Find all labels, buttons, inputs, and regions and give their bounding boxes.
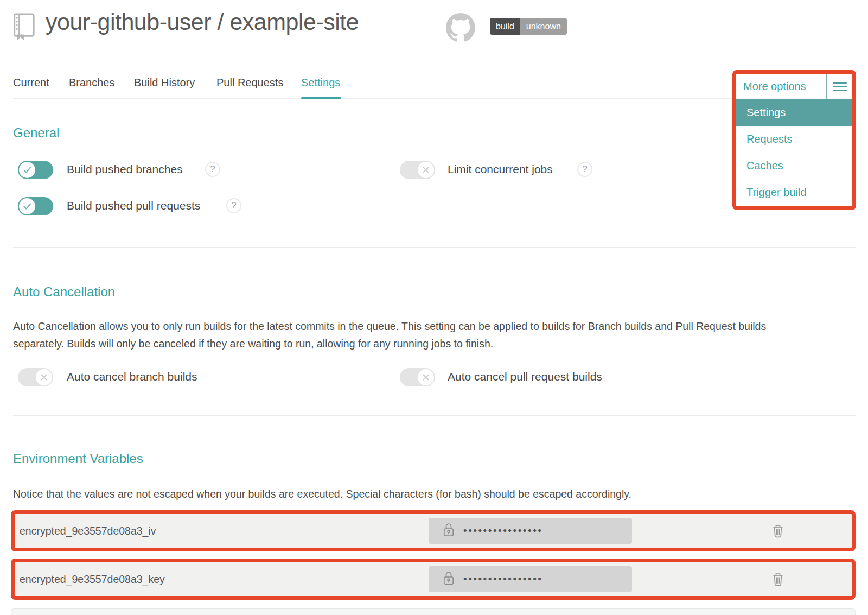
- toggle-label-auto-cancel-branch-builds: Auto cancel branch builds: [67, 370, 197, 383]
- env-var-value-field[interactable]: ••••••••••••••••: [429, 566, 632, 592]
- toggle-knob-x-icon: [418, 162, 434, 178]
- menu-item-settings[interactable]: Settings: [736, 99, 852, 126]
- help-icon[interactable]: ?: [205, 162, 220, 177]
- help-icon[interactable]: ?: [226, 198, 241, 213]
- toggle-knob-check-icon: [19, 162, 35, 178]
- masked-env-value: ••••••••••••••••: [463, 518, 542, 544]
- toggle-knob-x-icon: [418, 369, 434, 385]
- section-divider: [13, 415, 856, 416]
- toggle-label-limit-concurrent-jobs: Limit concurrent jobs: [448, 163, 553, 176]
- tabs-divider: [13, 98, 856, 99]
- repo-book-icon: [11, 12, 36, 43]
- more-options-annotation-box: More options Settings Requests Caches Tr…: [732, 70, 856, 210]
- active-tab-underline: [301, 97, 341, 99]
- tab-current[interactable]: Current: [13, 77, 49, 89]
- travis-settings-page: your-github-user / example-site build un…: [0, 0, 868, 615]
- section-divider: [13, 247, 856, 248]
- hamburger-menu-icon[interactable]: [826, 74, 852, 99]
- environment-variables-notice: Notice that the values are not escaped w…: [13, 485, 827, 503]
- auto-cancellation-heading: Auto Cancellation: [13, 284, 115, 300]
- toggle-auto-cancel-branch-builds[interactable]: [18, 368, 53, 386]
- env-var-name: encrypted_9e3557de08a3_key: [20, 573, 165, 586]
- more-options-button[interactable]: More options: [736, 74, 826, 99]
- lock-icon: [443, 570, 455, 588]
- toggle-knob-x-icon: [36, 369, 52, 385]
- env-var-name: encrypted_9e3557de08a3_iv: [20, 525, 156, 537]
- env-var-row-key-annotation-box: encrypted_9e3557de08a3_key •••••••••••••…: [11, 559, 856, 600]
- menu-item-trigger-build[interactable]: Trigger build: [736, 179, 852, 206]
- env-var-row-iv-annotation-box: encrypted_9e3557de08a3_iv ••••••••••••••…: [11, 510, 856, 551]
- build-status-badge: build unknown: [490, 18, 567, 35]
- menu-item-requests[interactable]: Requests: [736, 126, 852, 153]
- toggle-auto-cancel-pull-request-builds[interactable]: [400, 368, 435, 386]
- toggle-limit-concurrent-jobs[interactable]: [400, 161, 435, 179]
- toggle-build-pushed-pull-requests[interactable]: [18, 197, 53, 215]
- next-env-row-peek: [11, 608, 856, 615]
- toggle-knob-check-icon: [19, 198, 35, 214]
- general-heading: General: [13, 125, 59, 141]
- toggle-label-build-pushed-pull-requests: Build pushed pull requests: [67, 199, 200, 212]
- tab-settings[interactable]: Settings: [301, 77, 340, 89]
- tab-pull-requests[interactable]: Pull Requests: [216, 77, 283, 89]
- badge-status-value: unknown: [520, 18, 567, 35]
- more-options-header: More options: [736, 74, 852, 99]
- tab-build-history[interactable]: Build History: [134, 77, 195, 89]
- menu-item-caches[interactable]: Caches: [736, 153, 852, 179]
- environment-variables-heading: Environment Variables: [13, 451, 143, 466]
- toggle-label-build-pushed-branches: Build pushed branches: [67, 163, 183, 176]
- github-octocat-icon[interactable]: [446, 13, 475, 45]
- lock-icon: [443, 522, 455, 540]
- help-icon[interactable]: ?: [577, 162, 592, 177]
- tab-branches[interactable]: Branches: [69, 77, 115, 89]
- auto-cancellation-description: Auto Cancellation allows you to only run…: [13, 318, 808, 352]
- page-title: your-github-user / example-site: [46, 9, 359, 35]
- toggle-label-auto-cancel-pull-request-builds: Auto cancel pull request builds: [448, 370, 602, 383]
- env-var-value-field[interactable]: ••••••••••••••••: [429, 518, 632, 544]
- delete-env-var-button[interactable]: [772, 572, 784, 586]
- delete-env-var-button[interactable]: [772, 524, 784, 538]
- badge-build-label: build: [490, 18, 520, 35]
- masked-env-value: ••••••••••••••••: [463, 566, 542, 592]
- toggle-build-pushed-branches[interactable]: [18, 161, 53, 179]
